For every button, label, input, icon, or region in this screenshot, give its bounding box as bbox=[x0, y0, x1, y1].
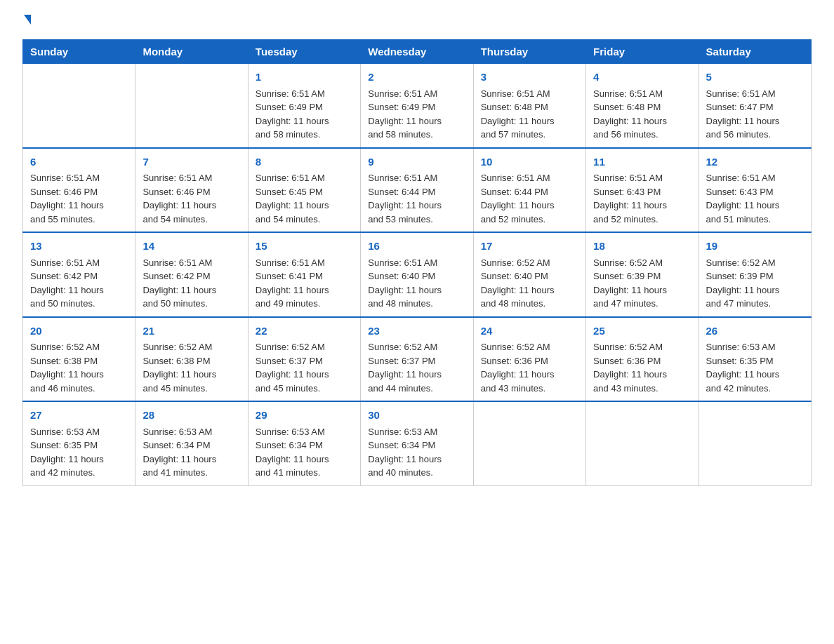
calendar-cell bbox=[586, 401, 699, 485]
day-info-text: Sunset: 6:41 PM bbox=[256, 269, 353, 283]
calendar-week-row: 27Sunrise: 6:53 AMSunset: 6:35 PMDayligh… bbox=[23, 401, 812, 485]
day-info-text: and 52 minutes. bbox=[481, 213, 578, 227]
day-info-text: Sunset: 6:34 PM bbox=[256, 438, 353, 452]
day-info-text: Sunrise: 6:52 AM bbox=[256, 340, 353, 354]
day-info-text: Sunrise: 6:52 AM bbox=[481, 340, 578, 354]
day-info-text: and 43 minutes. bbox=[481, 382, 578, 396]
calendar-cell bbox=[699, 401, 811, 485]
day-info-text: Sunset: 6:42 PM bbox=[143, 269, 240, 283]
day-info-text: Sunrise: 6:53 AM bbox=[256, 425, 353, 439]
day-info-text: Sunrise: 6:51 AM bbox=[706, 171, 804, 185]
day-info-text: Daylight: 11 hours bbox=[368, 199, 465, 213]
day-info-text: and 55 minutes. bbox=[30, 213, 128, 227]
day-info-text: Sunrise: 6:53 AM bbox=[368, 425, 465, 439]
col-header-thursday: Thursday bbox=[473, 40, 585, 64]
day-info-text: and 42 minutes. bbox=[30, 466, 128, 480]
calendar-cell bbox=[23, 64, 135, 148]
day-info-text: Sunrise: 6:51 AM bbox=[593, 171, 691, 185]
day-info-text: and 56 minutes. bbox=[706, 128, 804, 142]
calendar-cell: 6Sunrise: 6:51 AMSunset: 6:46 PMDaylight… bbox=[23, 148, 135, 233]
day-info-text: Daylight: 11 hours bbox=[593, 283, 691, 297]
day-info-text: Sunset: 6:49 PM bbox=[256, 100, 353, 114]
day-info-text: Sunrise: 6:53 AM bbox=[143, 425, 240, 439]
calendar-cell: 10Sunrise: 6:51 AMSunset: 6:44 PMDayligh… bbox=[473, 148, 585, 233]
day-info-text: and 46 minutes. bbox=[30, 382, 128, 396]
day-info-text: Daylight: 11 hours bbox=[593, 368, 691, 382]
col-header-tuesday: Tuesday bbox=[248, 40, 360, 64]
calendar-cell: 30Sunrise: 6:53 AMSunset: 6:34 PMDayligh… bbox=[361, 401, 473, 485]
day-info-text: Daylight: 11 hours bbox=[30, 452, 128, 467]
calendar-cell: 5Sunrise: 6:51 AMSunset: 6:47 PMDaylight… bbox=[699, 64, 811, 148]
calendar-cell: 25Sunrise: 6:52 AMSunset: 6:36 PMDayligh… bbox=[586, 317, 699, 402]
day-info-text: Sunrise: 6:52 AM bbox=[143, 340, 240, 354]
day-info-text: and 50 minutes. bbox=[143, 297, 240, 311]
day-info-text: Daylight: 11 hours bbox=[30, 368, 128, 382]
day-number: 13 bbox=[30, 239, 128, 255]
day-info-text: and 54 minutes. bbox=[256, 213, 353, 227]
calendar-cell: 13Sunrise: 6:51 AMSunset: 6:42 PMDayligh… bbox=[23, 232, 135, 317]
day-number: 18 bbox=[593, 239, 691, 255]
day-info-text: Sunrise: 6:51 AM bbox=[143, 171, 240, 185]
day-info-text: Daylight: 11 hours bbox=[706, 199, 804, 213]
day-info-text: and 45 minutes. bbox=[143, 382, 240, 396]
page-header bbox=[22, 17, 812, 27]
day-info-text: Sunset: 6:40 PM bbox=[481, 269, 578, 283]
day-info-text: Sunset: 6:43 PM bbox=[706, 185, 804, 199]
day-number: 24 bbox=[481, 323, 578, 340]
calendar-cell: 23Sunrise: 6:52 AMSunset: 6:37 PMDayligh… bbox=[361, 317, 473, 402]
calendar-cell bbox=[473, 401, 585, 485]
day-info-text: Sunset: 6:37 PM bbox=[256, 354, 353, 368]
day-info-text: Daylight: 11 hours bbox=[368, 452, 465, 467]
day-info-text: Sunset: 6:35 PM bbox=[706, 354, 804, 368]
day-info-text: Sunset: 6:44 PM bbox=[368, 185, 465, 199]
day-info-text: Sunrise: 6:52 AM bbox=[30, 340, 128, 354]
calendar-header-row: Sunday Monday Tuesday Wednesday Thursday… bbox=[23, 40, 812, 64]
day-info-text: Sunrise: 6:51 AM bbox=[30, 171, 128, 185]
day-info-text: Sunset: 6:43 PM bbox=[593, 185, 691, 199]
day-info-text: Sunrise: 6:51 AM bbox=[368, 171, 465, 185]
day-number: 29 bbox=[256, 408, 353, 424]
day-info-text: Daylight: 11 hours bbox=[706, 283, 804, 297]
day-number: 1 bbox=[256, 69, 353, 86]
calendar-cell: 17Sunrise: 6:52 AMSunset: 6:40 PMDayligh… bbox=[473, 232, 585, 317]
day-info-text: Sunset: 6:34 PM bbox=[368, 438, 465, 452]
day-info-text: Daylight: 11 hours bbox=[143, 199, 240, 213]
day-info-text: Sunset: 6:47 PM bbox=[706, 100, 804, 114]
day-info-text: and 53 minutes. bbox=[368, 213, 465, 227]
calendar-cell: 20Sunrise: 6:52 AMSunset: 6:38 PMDayligh… bbox=[23, 317, 135, 402]
col-header-wednesday: Wednesday bbox=[361, 40, 473, 64]
day-info-text: and 50 minutes. bbox=[30, 297, 128, 311]
day-number: 22 bbox=[256, 323, 353, 340]
calendar-week-row: 1Sunrise: 6:51 AMSunset: 6:49 PMDaylight… bbox=[23, 64, 812, 148]
day-info-text: Sunset: 6:49 PM bbox=[368, 100, 465, 114]
day-info-text: Sunset: 6:39 PM bbox=[593, 269, 691, 283]
day-number: 16 bbox=[368, 239, 465, 255]
day-info-text: Sunrise: 6:51 AM bbox=[30, 256, 128, 270]
day-info-text: Daylight: 11 hours bbox=[481, 114, 578, 128]
day-number: 2 bbox=[368, 69, 465, 86]
calendar-cell: 24Sunrise: 6:52 AMSunset: 6:36 PMDayligh… bbox=[473, 317, 585, 402]
day-info-text: Sunrise: 6:52 AM bbox=[593, 340, 691, 354]
day-info-text: Sunset: 6:46 PM bbox=[143, 185, 240, 199]
day-info-text: Sunset: 6:38 PM bbox=[30, 354, 128, 368]
day-info-text: and 52 minutes. bbox=[593, 213, 691, 227]
day-info-text: Sunrise: 6:51 AM bbox=[368, 256, 465, 270]
day-info-text: Daylight: 11 hours bbox=[368, 283, 465, 297]
day-info-text: Daylight: 11 hours bbox=[593, 199, 691, 213]
day-info-text: Daylight: 11 hours bbox=[143, 368, 240, 382]
day-number: 8 bbox=[256, 154, 353, 170]
day-info-text: Sunset: 6:46 PM bbox=[30, 185, 128, 199]
day-info-text: Daylight: 11 hours bbox=[706, 114, 804, 128]
calendar-cell: 28Sunrise: 6:53 AMSunset: 6:34 PMDayligh… bbox=[135, 401, 248, 485]
calendar-cell: 22Sunrise: 6:52 AMSunset: 6:37 PMDayligh… bbox=[248, 317, 360, 402]
day-number: 7 bbox=[143, 154, 240, 170]
day-info-text: Sunrise: 6:51 AM bbox=[593, 87, 691, 101]
col-header-saturday: Saturday bbox=[699, 40, 811, 64]
day-info-text: and 47 minutes. bbox=[706, 297, 804, 311]
calendar-table: Sunday Monday Tuesday Wednesday Thursday… bbox=[22, 39, 812, 486]
day-info-text: Daylight: 11 hours bbox=[368, 368, 465, 382]
calendar-cell: 11Sunrise: 6:51 AMSunset: 6:43 PMDayligh… bbox=[586, 148, 699, 233]
calendar-cell: 12Sunrise: 6:51 AMSunset: 6:43 PMDayligh… bbox=[699, 148, 811, 233]
calendar-cell: 26Sunrise: 6:53 AMSunset: 6:35 PMDayligh… bbox=[699, 317, 811, 402]
calendar-cell: 29Sunrise: 6:53 AMSunset: 6:34 PMDayligh… bbox=[248, 401, 360, 485]
